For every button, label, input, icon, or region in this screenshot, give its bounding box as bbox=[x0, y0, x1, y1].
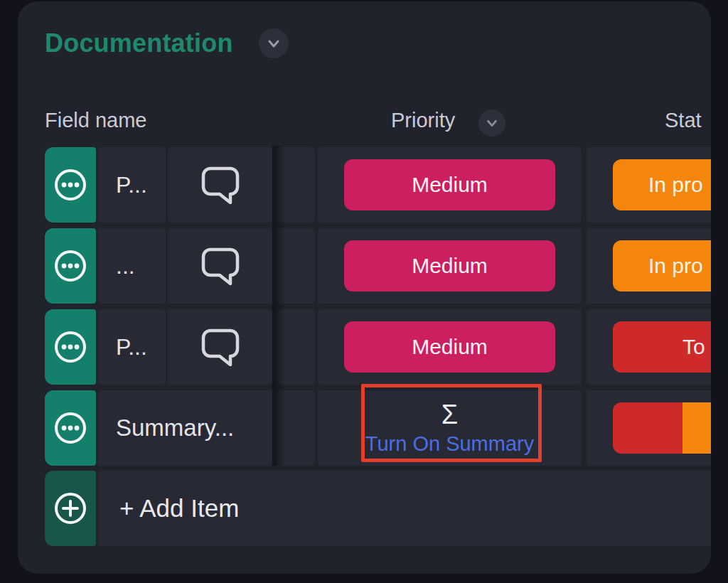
table-row: P... Medium To bbox=[18, 309, 711, 385]
add-item-button[interactable]: + Add Item bbox=[98, 471, 711, 546]
row-handle[interactable] bbox=[45, 228, 96, 304]
add-item-handle[interactable] bbox=[45, 471, 96, 546]
ellipsis-circle-icon bbox=[53, 168, 87, 202]
priority-cell[interactable]: Medium bbox=[318, 147, 582, 223]
add-item-label: + Add Item bbox=[98, 494, 239, 523]
status-cell[interactable]: In pro bbox=[587, 147, 711, 223]
priority-cell[interactable]: Medium bbox=[318, 309, 582, 385]
comment-icon bbox=[198, 162, 243, 208]
comment-cell[interactable] bbox=[168, 228, 272, 304]
row-handle[interactable] bbox=[45, 390, 96, 466]
status-distribution-bar bbox=[613, 402, 711, 454]
summary-row: Summary... Σ Turn On Summary bbox=[18, 390, 711, 466]
summary-name-cell[interactable]: Summary... bbox=[98, 390, 272, 466]
list-collapse-button[interactable] bbox=[259, 28, 289, 58]
add-item-row[interactable]: + Add Item bbox=[18, 471, 711, 546]
partial-column-cell[interactable] bbox=[277, 390, 315, 466]
priority-badge[interactable]: Medium bbox=[344, 240, 555, 292]
chevron-down-icon bbox=[265, 35, 282, 52]
summary-toggle-cell[interactable]: Σ Turn On Summary bbox=[318, 390, 582, 466]
partial-column-cell[interactable] bbox=[277, 228, 315, 304]
list-title: Documentation bbox=[45, 28, 233, 58]
status-cell[interactable]: To bbox=[587, 309, 711, 385]
row-handle[interactable] bbox=[45, 147, 96, 223]
chevron-down-icon bbox=[484, 115, 500, 131]
priority-column-menu-button[interactable] bbox=[478, 109, 505, 137]
column-header-status: Stat bbox=[665, 109, 702, 132]
priority-cell[interactable]: Medium bbox=[318, 228, 582, 304]
priority-badge[interactable]: Medium bbox=[344, 321, 555, 373]
table-row: P... Medium In pro bbox=[18, 147, 711, 223]
sigma-icon: Σ bbox=[441, 400, 459, 430]
comment-cell[interactable] bbox=[168, 147, 272, 223]
partial-column-cell[interactable] bbox=[277, 147, 315, 223]
list-card: Documentation Field name Priority Stat P… bbox=[18, 1, 711, 574]
status-bar-segment-red bbox=[613, 402, 682, 454]
priority-badge[interactable]: Medium bbox=[344, 159, 555, 210]
comment-icon bbox=[198, 324, 243, 370]
status-summary-cell[interactable] bbox=[587, 390, 711, 466]
row-handle[interactable] bbox=[45, 309, 96, 385]
screen: Documentation Field name Priority Stat P… bbox=[0, 0, 728, 583]
field-name-cell[interactable]: P... bbox=[98, 309, 166, 385]
status-badge[interactable]: To bbox=[613, 321, 711, 373]
field-name-cell[interactable]: ... bbox=[98, 228, 166, 304]
field-name-cell[interactable]: P... bbox=[98, 147, 166, 223]
status-badge[interactable]: In pro bbox=[613, 159, 711, 210]
ellipsis-circle-icon bbox=[53, 411, 87, 445]
partial-column-cell[interactable] bbox=[277, 309, 315, 385]
comment-icon bbox=[198, 243, 243, 289]
ellipsis-circle-icon bbox=[53, 249, 87, 283]
status-bar-segment-orange bbox=[682, 402, 711, 454]
status-badge[interactable]: In pro bbox=[613, 240, 711, 292]
ellipsis-circle-icon bbox=[53, 330, 87, 364]
comment-cell[interactable] bbox=[168, 309, 272, 385]
turn-on-summary-link[interactable]: Turn On Summary bbox=[365, 432, 534, 456]
table-row: ... Medium In pro bbox=[18, 228, 711, 304]
plus-circle-icon bbox=[53, 491, 87, 525]
column-header-priority: Priority bbox=[391, 109, 455, 132]
column-header-field-name: Field name bbox=[45, 109, 146, 132]
status-cell[interactable]: In pro bbox=[587, 228, 711, 304]
